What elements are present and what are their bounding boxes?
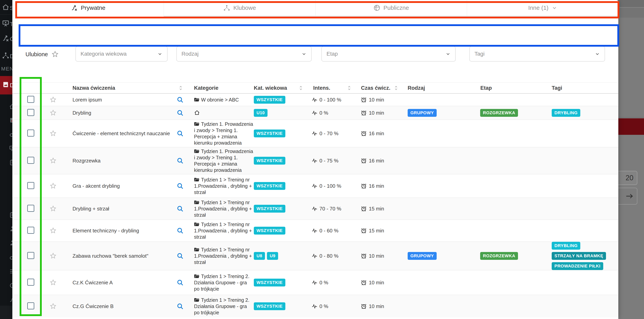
sidebar-menu-label: MENU bbox=[1, 66, 12, 72]
favorite-star-icon[interactable] bbox=[50, 130, 57, 137]
row-checkbox[interactable] bbox=[27, 157, 34, 164]
whistle-icon[interactable] bbox=[9, 254, 12, 260]
tactics-icon bbox=[2, 34, 10, 42]
preview-search-icon[interactable] bbox=[176, 205, 184, 212]
header-stage: Etap bbox=[480, 85, 492, 91]
alarm-clock-icon bbox=[360, 130, 367, 136]
clipboard-icon[interactable] bbox=[9, 212, 12, 218]
header-name[interactable]: Nazwa ćwiczenia bbox=[72, 85, 115, 91]
home-icon[interactable] bbox=[9, 103, 12, 110]
exercise-library-panel: Prywatne Klubowe Publiczne Inne (1) Ulub… bbox=[12, 0, 618, 319]
row-checkbox[interactable] bbox=[27, 302, 34, 310]
favorite-star-icon[interactable] bbox=[50, 182, 57, 190]
sidebar-item-start[interactable]: S bbox=[0, 2, 12, 14]
alarm-clock-icon bbox=[360, 253, 367, 259]
tag-badge: STRZAŁY NA BRAMKĘ bbox=[552, 252, 606, 260]
alarm-clock-icon bbox=[360, 183, 367, 189]
header-age[interactable]: Kat. wiekowa bbox=[254, 85, 287, 91]
hierarchy-icon bbox=[2, 52, 10, 59]
preview-search-icon[interactable] bbox=[176, 182, 184, 190]
age-badge: WSZYSTKIE bbox=[254, 182, 285, 190]
favorite-star-icon[interactable] bbox=[50, 279, 57, 286]
folder-icon bbox=[194, 297, 200, 303]
tactics-icon[interactable] bbox=[9, 296, 12, 303]
row-checkbox[interactable] bbox=[27, 109, 34, 116]
preview-search-icon[interactable] bbox=[176, 279, 184, 286]
favorite-star-icon[interactable] bbox=[50, 109, 57, 116]
sidebar-item-letter: D bbox=[10, 53, 12, 60]
header-duration[interactable]: Czas ćwicz. bbox=[361, 85, 390, 91]
intensity-pulse-icon bbox=[312, 158, 318, 164]
screen-icon[interactable] bbox=[9, 145, 12, 152]
ball-icon[interactable] bbox=[9, 282, 12, 289]
alarm-clock-icon bbox=[360, 280, 367, 286]
intensity-pulse-icon bbox=[312, 183, 318, 189]
sidebar-item-active[interactable]: D bbox=[0, 76, 12, 94]
row-checkbox[interactable] bbox=[27, 182, 34, 189]
category-cell: Tydzien 1 > Trening 2. Działania Grupowe… bbox=[194, 297, 253, 316]
favorite-star-icon[interactable] bbox=[50, 205, 57, 212]
folder-icon bbox=[194, 247, 200, 252]
tab-other[interactable]: Inne (1) bbox=[467, 0, 618, 18]
sidebar-item-trainings[interactable]: T bbox=[0, 18, 12, 30]
exercise-name: Ćwiczenie - element technicznyt nauczani… bbox=[72, 130, 170, 136]
favorite-star-icon[interactable] bbox=[50, 96, 57, 103]
favorite-star-icon[interactable] bbox=[50, 252, 57, 260]
preview-search-icon[interactable] bbox=[176, 157, 184, 164]
alarm-clock-icon bbox=[360, 158, 367, 164]
sidebar-footer bbox=[0, 306, 12, 319]
book-icon[interactable] bbox=[9, 117, 12, 124]
favorite-star-icon[interactable] bbox=[50, 227, 57, 234]
sort-icon[interactable] bbox=[298, 85, 304, 91]
category-cell: Tydzien 1 > Trening 2. Działania Grupowe… bbox=[194, 273, 253, 292]
preview-search-icon[interactable] bbox=[176, 130, 184, 137]
row-checkbox[interactable] bbox=[27, 252, 34, 259]
preview-search-icon[interactable] bbox=[176, 109, 184, 116]
row-checkbox[interactable] bbox=[27, 130, 34, 136]
age-badge: WSZYSTKIE bbox=[254, 130, 285, 137]
search-row: Szukaj: Pokaż 10 pozycji bbox=[12, 47, 618, 80]
folder-icon bbox=[194, 274, 200, 279]
row-checkbox[interactable] bbox=[27, 279, 34, 286]
favorite-star-icon[interactable] bbox=[50, 303, 57, 310]
sidebar-item-letter: S bbox=[10, 5, 12, 11]
alarm-clock-icon bbox=[360, 303, 367, 310]
category-cell bbox=[194, 110, 253, 116]
header-intensity[interactable]: Intens. bbox=[313, 85, 330, 91]
preview-search-icon[interactable] bbox=[176, 252, 184, 260]
table-row: Gra - akcent drybling Tydzien 1 > Trenin… bbox=[12, 174, 618, 198]
preview-search-icon[interactable] bbox=[176, 303, 184, 310]
alarm-clock-icon bbox=[360, 96, 367, 103]
header-kind: Rodzaj bbox=[408, 85, 425, 91]
tab-public[interactable]: Publiczne bbox=[315, 0, 467, 18]
table-row: Cz.K Ćwiczenie A Tydzien 1 > Trening 2. … bbox=[12, 270, 618, 295]
age-badge: U9 bbox=[267, 252, 278, 260]
row-checkbox[interactable] bbox=[27, 205, 34, 212]
header-tags: Tagi bbox=[552, 85, 562, 91]
sidebar-item-structure[interactable]: D bbox=[0, 50, 12, 62]
sort-icon[interactable] bbox=[393, 85, 399, 91]
players-icon[interactable] bbox=[9, 225, 12, 232]
favorite-star-icon[interactable] bbox=[50, 157, 57, 164]
category-cell: Tydzien 1 > Trening nr 1.Prowadzenia , d… bbox=[194, 246, 253, 265]
preview-search-icon[interactable] bbox=[176, 227, 184, 234]
sidebar-item-exercises[interactable]: Ć bbox=[0, 33, 12, 45]
preview-search-icon[interactable] bbox=[176, 96, 184, 103]
row-checkbox[interactable] bbox=[27, 227, 34, 234]
age-badge: U8 bbox=[254, 252, 265, 260]
table-row: Drybling + strzał Tydzien 1 > Trening nr… bbox=[12, 198, 618, 220]
next-arrow-button[interactable] bbox=[618, 188, 637, 204]
sort-icon[interactable] bbox=[346, 85, 352, 91]
tactics-icon bbox=[71, 4, 78, 11]
clipboard-icon[interactable] bbox=[9, 159, 12, 166]
sort-icon[interactable] bbox=[178, 85, 184, 91]
player-icon[interactable] bbox=[9, 240, 12, 246]
list-icon[interactable] bbox=[9, 268, 12, 275]
background-value-box[interactable]: 20 bbox=[618, 171, 637, 185]
row-checkbox[interactable] bbox=[27, 96, 34, 103]
tab-private[interactable]: Prywatne bbox=[12, 0, 164, 18]
alarm-clock-icon bbox=[360, 206, 367, 212]
whistle-icon[interactable] bbox=[9, 131, 12, 138]
exercise-name: Lorem ipsum bbox=[72, 97, 102, 103]
tab-club[interactable]: Klubowe bbox=[164, 0, 315, 18]
